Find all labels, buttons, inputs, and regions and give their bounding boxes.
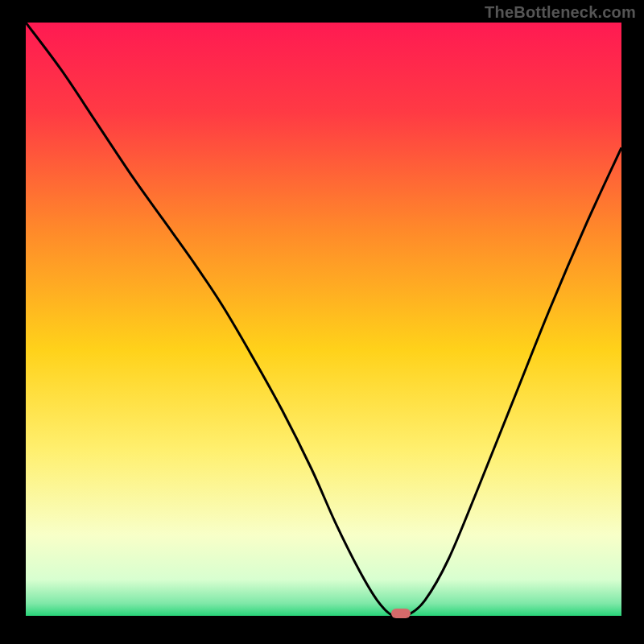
- baseline: [26, 616, 621, 618]
- optimal-point-marker: [391, 609, 411, 618]
- bottleneck-chart: [26, 23, 621, 618]
- watermark-text: TheBottleneck.com: [485, 3, 636, 22]
- chart-frame: TheBottleneck.com: [0, 0, 644, 644]
- gradient-background: [26, 23, 621, 618]
- plot-area: [26, 23, 621, 618]
